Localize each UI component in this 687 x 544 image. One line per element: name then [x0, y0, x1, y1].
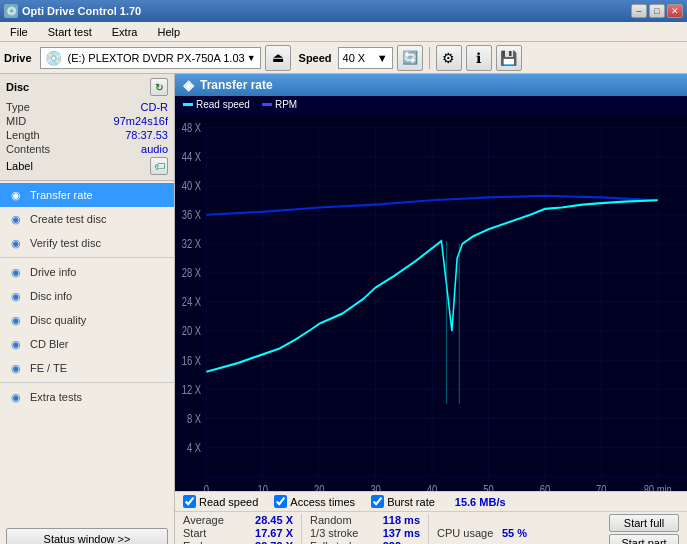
create-test-disc-icon: ◉ [8, 211, 24, 227]
average-value: 28.45 X [255, 514, 293, 526]
nav-disc-quality[interactable]: ◉ Disc quality [0, 308, 174, 332]
nav-transfer-rate[interactable]: ◉ Transfer rate [0, 183, 174, 207]
transfer-rate-icon: ◉ [8, 187, 24, 203]
svg-text:4 X: 4 X [187, 440, 201, 454]
nav-extra-tests-label: Extra tests [30, 391, 82, 403]
svg-text:12 X: 12 X [182, 382, 202, 396]
nav-cd-bler-label: CD Bler [30, 338, 69, 350]
nav-create-test-disc[interactable]: ◉ Create test disc [0, 207, 174, 231]
burst-rate-checkbox[interactable] [371, 495, 384, 508]
info-button[interactable]: ℹ [466, 45, 492, 71]
nav-verify-test-disc[interactable]: ◉ Verify test disc [0, 231, 174, 255]
disc-length-label: Length [6, 129, 40, 141]
speed-label: Speed [299, 52, 332, 64]
read-speed-label: Read speed [199, 496, 258, 508]
nav-disc-info[interactable]: ◉ Disc info [0, 284, 174, 308]
cpu-label: CPU usage [437, 527, 493, 539]
drive-selector[interactable]: 💿 (E:) PLEXTOR DVDR PX-750A 1.03 ▼ [40, 47, 261, 69]
svg-text:50: 50 [483, 482, 493, 491]
svg-text:8 X: 8 X [187, 411, 201, 425]
minimize-button[interactable]: – [631, 4, 647, 18]
access-times-checkbox-label[interactable]: Access times [274, 495, 355, 508]
stats-bar: Average 28.45 X Start 17.67 X End 39.79 … [175, 511, 687, 544]
speed-selector[interactable]: 40 X ▼ [338, 47, 393, 69]
legend-rpm-label: RPM [275, 99, 297, 110]
disc-contents-label: Contents [6, 143, 50, 155]
read-speed-checkbox[interactable] [183, 495, 196, 508]
start-buttons: Start full Start part [609, 514, 679, 544]
disc-refresh-button[interactable]: ↻ [150, 78, 168, 96]
burst-rate-label: Burst rate [387, 496, 435, 508]
menu-extra[interactable]: Extra [106, 24, 144, 40]
end-value: 39.79 X [255, 540, 293, 544]
legend-rpm: RPM [262, 99, 297, 110]
svg-text:0: 0 [204, 482, 209, 491]
start-full-button[interactable]: Start full [609, 514, 679, 532]
nav-section: ◉ Transfer rate ◉ Create test disc ◉ Ver… [0, 181, 174, 524]
nav-extra-tests[interactable]: ◉ Extra tests [0, 385, 174, 409]
settings-button[interactable]: ⚙ [436, 45, 462, 71]
start-label: Start [183, 527, 206, 539]
access-times-label: Access times [290, 496, 355, 508]
svg-text:70: 70 [596, 482, 606, 491]
disc-label-label: Label [6, 160, 33, 172]
refresh-button[interactable]: 🔄 [397, 45, 423, 71]
full-stroke-value: 229 ms [383, 540, 420, 544]
app-title: Opti Drive Control 1.70 [22, 5, 141, 17]
checkboxes-bar: Read speed Access times Burst rate 15.6 … [175, 491, 687, 511]
toolbar-separator [429, 47, 430, 69]
disc-length-value: 78:37.53 [125, 129, 168, 141]
svg-text:80 min: 80 min [644, 482, 672, 491]
stat-average-row: Average 28.45 X [183, 514, 293, 526]
menu-start-test[interactable]: Start test [42, 24, 98, 40]
legend-read-speed: Read speed [183, 99, 250, 110]
menu-file[interactable]: File [4, 24, 34, 40]
stat-stroke-1-3-row: 1/3 stroke 137 ms [310, 527, 420, 539]
drive-info-icon: ◉ [8, 264, 24, 280]
extra-tests-icon: ◉ [8, 389, 24, 405]
random-label: Random [310, 514, 352, 526]
stat-random-row: Random 118 ms [310, 514, 420, 526]
svg-text:32 X: 32 X [182, 237, 202, 251]
stat-group-right: CPU usage 55 % [437, 527, 527, 539]
svg-text:40 X: 40 X [182, 179, 202, 193]
nav-fe-te[interactable]: ◉ FE / TE [0, 356, 174, 380]
title-bar: 💿 Opti Drive Control 1.70 – □ ✕ [0, 0, 687, 22]
maximize-button[interactable]: □ [649, 4, 665, 18]
end-label: End [183, 540, 203, 544]
burst-rate-value: 15.6 MB/s [455, 496, 506, 508]
svg-text:60: 60 [540, 482, 550, 491]
nav-fe-te-label: FE / TE [30, 362, 67, 374]
start-part-button[interactable]: Start part [609, 534, 679, 544]
nav-transfer-rate-label: Transfer rate [30, 189, 93, 201]
legend-rpm-dot [262, 103, 272, 106]
nav-drive-info-label: Drive info [30, 266, 76, 278]
stat-group-middle: Random 118 ms 1/3 stroke 137 ms Full str… [310, 514, 420, 544]
stat-full-stroke-row: Full stroke 229 ms [310, 540, 420, 544]
cd-bler-icon: ◉ [8, 336, 24, 352]
nav-disc-quality-label: Disc quality [30, 314, 86, 326]
close-button[interactable]: ✕ [667, 4, 683, 18]
chart-legend: Read speed RPM [175, 96, 687, 113]
main-layout: Disc ↻ Type CD-R MID 97m24s16f Length 78… [0, 74, 687, 544]
menu-help[interactable]: Help [151, 24, 186, 40]
access-times-checkbox[interactable] [274, 495, 287, 508]
legend-read-speed-dot [183, 103, 193, 106]
content-area: ◈ Transfer rate Read speed RPM [175, 74, 687, 544]
verify-test-disc-icon: ◉ [8, 235, 24, 251]
disc-info-icon: ◉ [8, 288, 24, 304]
drive-value: (E:) PLEXTOR DVDR PX-750A 1.03 [68, 52, 245, 64]
nav-cd-bler[interactable]: ◉ CD Bler [0, 332, 174, 356]
burst-rate-checkbox-label[interactable]: Burst rate [371, 495, 435, 508]
toolbar: Drive 💿 (E:) PLEXTOR DVDR PX-750A 1.03 ▼… [0, 42, 687, 74]
disc-label-icon[interactable]: 🏷 [150, 157, 168, 175]
fe-te-icon: ◉ [8, 360, 24, 376]
drive-eject-button[interactable]: ⏏ [265, 45, 291, 71]
save-button[interactable]: 💾 [496, 45, 522, 71]
stroke-1-3-label: 1/3 stroke [310, 527, 358, 539]
svg-text:36 X: 36 X [182, 208, 202, 222]
nav-drive-info[interactable]: ◉ Drive info [0, 260, 174, 284]
speed-dropdown-arrow: ▼ [377, 52, 388, 64]
status-window-button[interactable]: Status window >> [6, 528, 168, 544]
read-speed-checkbox-label[interactable]: Read speed [183, 495, 258, 508]
